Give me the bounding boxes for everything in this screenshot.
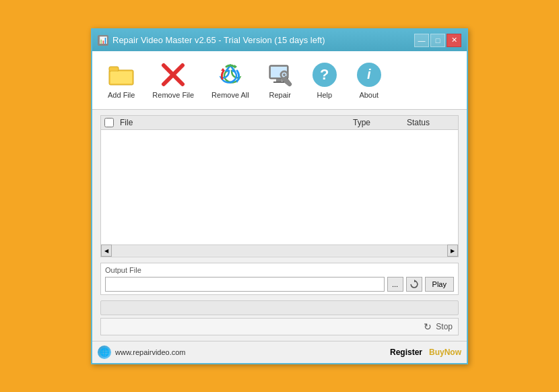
remove-all-label: Remove All <box>211 91 249 99</box>
stop-row: ↻ Stop <box>100 318 459 335</box>
app-icon: 📊 <box>98 35 108 46</box>
status-bar: 🌐 www.repairvideo.com Register BuyNow <box>92 341 467 363</box>
scroll-track[interactable] <box>112 245 447 256</box>
title-controls: — □ ✕ <box>414 34 461 47</box>
register-link[interactable]: Register <box>390 348 422 357</box>
output-file-input[interactable] <box>105 277 385 292</box>
help-label: Help <box>317 91 332 99</box>
buynow-link[interactable]: BuyNow <box>429 348 461 357</box>
main-window: 📊 Repair Video Master v2.65 - Trial Vers… <box>91 28 468 364</box>
play-button[interactable]: Play <box>425 277 454 292</box>
about-icon: i <box>356 61 383 88</box>
scroll-left-arrow[interactable]: ◀ <box>101 244 112 257</box>
svg-rect-12 <box>273 81 284 83</box>
file-list-container: File Type Status ◀ ▶ <box>100 115 459 257</box>
horizontal-scrollbar[interactable]: ◀ ▶ <box>101 244 458 257</box>
status-col-header: Status <box>404 118 458 127</box>
window-title: Repair Video Master v2.65 - Trial Versio… <box>112 35 325 45</box>
stop-label: Stop <box>436 322 453 331</box>
help-button[interactable]: ? Help <box>304 57 346 104</box>
scroll-right-arrow[interactable]: ▶ <box>447 244 458 257</box>
remove-all-button[interactable]: Remove All <box>204 57 257 104</box>
svg-rect-1 <box>109 67 119 71</box>
toolbar: Add File Remove File <box>92 51 467 110</box>
remove-file-button[interactable]: Remove File <box>145 57 201 104</box>
add-file-button[interactable]: Add File <box>100 57 142 104</box>
file-list-body[interactable] <box>101 130 458 244</box>
select-all-col <box>101 118 117 127</box>
svg-rect-11 <box>276 79 282 81</box>
svg-rect-2 <box>110 71 132 84</box>
repair-button[interactable]: Repair <box>259 57 301 104</box>
file-list-header: File Type Status <box>101 116 458 130</box>
remove-file-icon <box>160 61 187 88</box>
repair-icon <box>267 61 294 88</box>
help-icon: ? <box>311 61 338 88</box>
minimize-button[interactable]: — <box>414 34 429 47</box>
remove-all-icon <box>217 61 244 88</box>
output-label: Output File <box>105 266 454 274</box>
svg-marker-7 <box>221 68 225 71</box>
globe-icon: 🌐 <box>98 346 111 359</box>
about-label: About <box>359 91 379 99</box>
svg-point-14 <box>283 73 286 76</box>
add-file-label: Add File <box>108 91 135 99</box>
output-row: ... Play <box>105 277 454 292</box>
stop-icon: ↻ <box>422 321 433 332</box>
add-file-icon <box>108 61 135 88</box>
title-bar-left: 📊 Repair Video Master v2.65 - Trial Vers… <box>98 35 325 46</box>
browse-button[interactable]: ... <box>387 277 403 292</box>
maximize-button[interactable]: □ <box>430 34 445 47</box>
status-left: 🌐 www.repairvideo.com <box>98 346 186 359</box>
about-button[interactable]: i About <box>348 57 390 104</box>
repair-label: Repair <box>269 91 291 99</box>
status-right: Register BuyNow <box>390 348 461 357</box>
file-col-header: File <box>117 118 350 127</box>
progress-section <box>100 300 459 315</box>
type-col-header: Type <box>350 118 404 127</box>
close-button[interactable]: ✕ <box>447 34 461 47</box>
select-all-checkbox[interactable] <box>104 118 114 127</box>
website-link[interactable]: www.repairvideo.com <box>115 348 186 356</box>
refresh-button[interactable] <box>406 277 422 292</box>
title-bar: 📊 Repair Video Master v2.65 - Trial Vers… <box>92 30 467 51</box>
output-section: Output File ... Play <box>100 263 459 295</box>
remove-file-label: Remove File <box>152 91 194 99</box>
progress-bar <box>100 300 459 315</box>
content-area: File Type Status ◀ ▶ Output File ... <box>92 110 467 341</box>
svg-marker-6 <box>234 65 237 69</box>
